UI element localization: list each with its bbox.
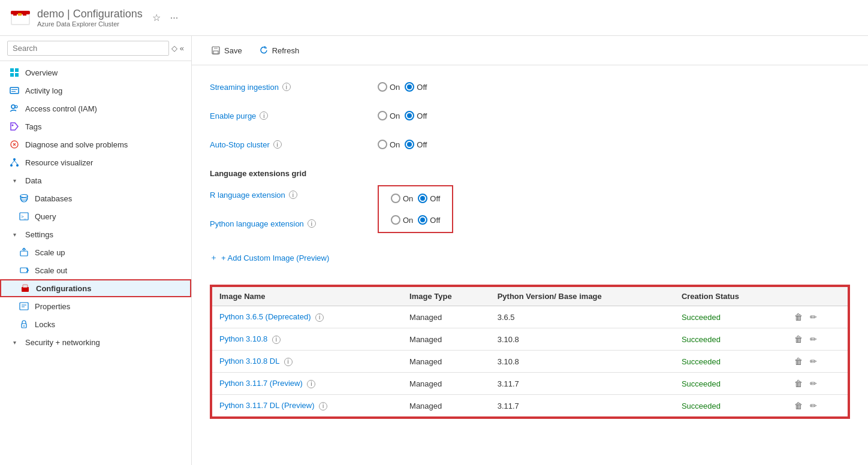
python-lang-on[interactable]: On (391, 215, 413, 225)
svg-rect-34 (20, 303, 28, 310)
resource-icon (10, 7, 31, 29)
sidebar-item-scale-out[interactable]: Scale out (0, 261, 191, 279)
svg-rect-12 (11, 91, 16, 92)
python-lang-info-icon[interactable]: i (308, 219, 316, 228)
row-info-icon[interactable]: i (319, 402, 327, 410)
sidebar-item-settings[interactable]: ▾ Settings (0, 225, 191, 243)
sidebar-item-scale-up[interactable]: Scale up (0, 243, 191, 261)
pin-icon[interactable]: ◇ (171, 44, 177, 53)
image-name: Python 3.11.7 DL (Preview) (219, 401, 314, 410)
header-title: demo | Configurations Azure Data Explore… (37, 8, 143, 28)
r-lang-radio-group: On Off (391, 194, 440, 203)
configurations-icon (20, 283, 30, 293)
table-row: Python 3.11.7 (Preview) i Managed 3.11.7… (212, 373, 848, 395)
sidebar-item-databases[interactable]: Databases (0, 189, 191, 207)
image-type-cell: Managed (402, 373, 490, 395)
row-actions: 🗑 ✏ (793, 400, 840, 412)
svg-rect-28 (20, 251, 28, 256)
header-title-text: demo | Configurations (37, 8, 143, 20)
enable-purge-info-icon[interactable]: i (260, 111, 268, 120)
row-actions-cell: 🗑 ✏ (786, 351, 848, 373)
image-name-cell: Python 3.10.8 i (212, 328, 402, 351)
edit-button[interactable]: ✏ (809, 355, 818, 367)
sidebar-item-configurations[interactable]: Configurations (0, 279, 191, 297)
toolbar: Save Refresh (192, 36, 868, 65)
image-name: Python 3.11.7 (Preview) (219, 379, 303, 388)
add-custom-image-button[interactable]: ＋ + Add Custom Image (Preview) (210, 252, 850, 263)
sidebar-item-activity-log[interactable]: Activity log (0, 81, 191, 99)
off-label: Off (417, 140, 427, 149)
streaming-ingestion-info-icon[interactable]: i (282, 83, 291, 91)
edit-button[interactable]: ✏ (809, 333, 818, 345)
sidebar-item-tags[interactable]: Tags (0, 117, 191, 135)
sidebar-item-label: Properties (35, 302, 70, 311)
separator: | (67, 8, 73, 20)
svg-rect-4 (18, 13, 22, 16)
streaming-ingestion-off[interactable]: Off (405, 82, 427, 92)
enable-purge-off[interactable]: Off (405, 111, 427, 120)
svg-point-19 (13, 158, 16, 161)
row-actions-cell: 🗑 ✏ (786, 306, 848, 328)
properties-icon (19, 301, 29, 311)
search-input[interactable] (7, 41, 169, 56)
save-button[interactable]: Save (204, 42, 249, 59)
python-lang-off[interactable]: Off (418, 215, 440, 225)
collapse-icon[interactable]: « (180, 44, 184, 53)
edit-button[interactable]: ✏ (809, 311, 818, 323)
edit-button[interactable]: ✏ (809, 400, 818, 412)
table-header-row: Image Name Image Type Python Version/ Ba… (212, 286, 848, 306)
edit-button[interactable]: ✏ (809, 378, 818, 389)
on-label: On (390, 83, 400, 92)
sidebar-item-query[interactable]: >_ Query (0, 207, 191, 225)
r-lang-off[interactable]: Off (418, 194, 440, 203)
r-lang-info-icon[interactable]: i (289, 191, 297, 199)
sidebar-item-label: Data (25, 176, 41, 185)
row-info-icon[interactable]: i (307, 380, 315, 388)
python-lang-row: Python language extension i (210, 214, 378, 233)
sidebar-item-properties[interactable]: Properties (0, 297, 191, 315)
table-row: Python 3.11.7 DL (Preview) i Managed 3.1… (212, 395, 848, 418)
sidebar-item-data[interactable]: ▾ Data (0, 171, 191, 189)
row-actions-cell: 🗑 ✏ (786, 373, 848, 395)
row-info-icon[interactable]: i (284, 358, 293, 366)
auto-stop-row: Auto-Stop cluster i On Off (210, 135, 850, 154)
lang-ext-grid-text: Language extensions grid (210, 169, 306, 178)
sidebar-item-locks[interactable]: Locks (0, 315, 191, 333)
chevron-down-icon: ▾ (10, 230, 19, 239)
svg-text:>_: >_ (21, 214, 27, 219)
sidebar-item-label: Scale up (35, 248, 65, 257)
sidebar-item-access-control[interactable]: Access control (IAM) (0, 99, 191, 117)
sidebar-item-overview[interactable]: Overview (0, 64, 191, 81)
r-lang-on[interactable]: On (391, 194, 413, 203)
sidebar-item-security-networking[interactable]: ▾ Security + networking (0, 333, 191, 351)
svg-point-21 (16, 164, 19, 167)
col-actions (786, 286, 848, 306)
image-name: Python 3.6.5 (Deprecated) (219, 312, 311, 321)
enable-purge-on[interactable]: On (378, 111, 400, 120)
sidebar-item-resource-visualizer[interactable]: Resource visualizer (0, 153, 191, 171)
svg-point-15 (12, 125, 14, 126)
image-version-cell: 3.10.8 (490, 328, 674, 351)
col-image-name: Image Name (212, 286, 402, 306)
favorite-icon[interactable]: ☆ (150, 10, 163, 26)
auto-stop-on[interactable]: On (378, 140, 400, 149)
delete-button[interactable]: 🗑 (793, 355, 804, 367)
off-label: Off (430, 194, 440, 203)
sidebar-item-diagnose[interactable]: Diagnose and solve problems (0, 135, 191, 153)
auto-stop-off[interactable]: Off (405, 140, 427, 149)
auto-stop-info-icon[interactable]: i (273, 140, 282, 149)
row-info-icon[interactable]: i (315, 313, 324, 322)
refresh-button[interactable]: Refresh (252, 42, 307, 59)
svg-point-38 (23, 325, 25, 327)
delete-button[interactable]: 🗑 (793, 378, 804, 389)
image-name-cell: Python 3.6.5 (Deprecated) i (212, 306, 402, 328)
delete-button[interactable]: 🗑 (793, 333, 804, 345)
streaming-ingestion-on[interactable]: On (378, 82, 400, 92)
delete-button[interactable]: 🗑 (793, 311, 804, 323)
row-info-icon[interactable]: i (272, 336, 281, 344)
image-table: Image Name Image Type Python Version/ Ba… (211, 286, 849, 418)
row-actions: 🗑 ✏ (793, 378, 840, 389)
delete-button[interactable]: 🗑 (793, 400, 804, 412)
sidebar: ◇ « Overview Activity log (0, 36, 192, 465)
more-options-icon[interactable]: ··· (168, 10, 180, 26)
